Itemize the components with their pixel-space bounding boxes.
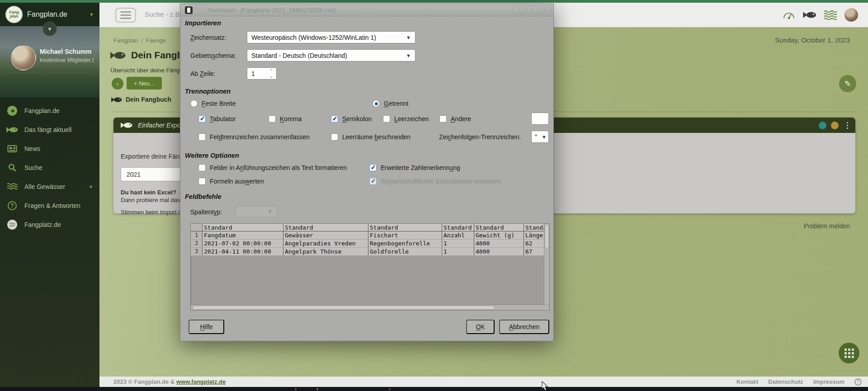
section-trennoptionen: Trennoptionen <box>185 88 231 95</box>
fangplan-logo: Fang plan <box>5 6 23 23</box>
status-dot-gold[interactable] <box>831 122 839 129</box>
sidebar-item-fangplan[interactable]: Fangplan.de <box>0 101 99 120</box>
table-row[interactable]: 2 2021-07-02 00:00:00 Angelparadies Vred… <box>191 240 544 248</box>
csv-preview-grid[interactable]: Standard Standard Standard Standard Stan… <box>191 224 544 256</box>
brand-name: Fangplan.de <box>27 10 67 19</box>
tab-checkbox[interactable]: Tabulator <box>198 115 236 122</box>
sidebar-item-suche[interactable]: Suche <box>0 158 99 177</box>
sidebar-item-das-faengt-aktuell[interactable]: Das fängt aktuell <box>0 120 99 139</box>
help-icon[interactable]: ? <box>854 378 862 386</box>
radio-selected-icon[interactable] <box>373 100 380 107</box>
sidebar-menu: Fangplan.de Das fängt aktuell News Suche <box>0 101 99 234</box>
waves-icon[interactable] <box>824 10 837 20</box>
other-checkbox[interactable]: Andere <box>439 115 471 122</box>
fangplatz-link[interactable]: www.fangplatz.de <box>176 378 226 385</box>
scrollbar-thumb[interactable] <box>193 306 495 310</box>
string-delimiter-combo[interactable]: "▼ <box>531 131 549 143</box>
other-separator-input[interactable] <box>531 113 549 125</box>
column-header-row[interactable]: Standard Standard Standard Standard Stan… <box>191 224 544 231</box>
sidebar-item-news[interactable]: News <box>0 139 99 158</box>
spin-up-icon: ⌃ <box>266 68 276 74</box>
sidebar-item-label: Suche <box>24 164 42 171</box>
checkbox-icon[interactable] <box>439 115 447 122</box>
apps-grid-icon <box>844 349 854 358</box>
top-accent-strip <box>0 0 868 3</box>
checkbox-checked-icon[interactable] <box>331 115 338 122</box>
checkbox-icon[interactable] <box>198 133 206 141</box>
fish-icon <box>110 51 126 60</box>
help-button[interactable]: Hilfe <box>189 320 224 334</box>
locale-label: Gebietsschema: <box>190 52 236 59</box>
fixed-width-radio[interactable]: Feste Breite <box>190 100 236 107</box>
edit-pencil-button[interactable]: ✎ <box>839 75 856 92</box>
minimize-button[interactable]: – <box>513 6 524 14</box>
breadcrumb[interactable]: Fangplan/Faenge <box>113 37 166 44</box>
apps-grid-button[interactable] <box>839 343 859 363</box>
sidebar-item-fangplatz[interactable]: Fangplatz Fangplatz.de <box>0 215 99 234</box>
hamburger-menu-button[interactable] <box>115 8 136 23</box>
chevron-down-icon[interactable]: ▼ <box>89 12 94 17</box>
chevron-down-icon[interactable]: ▼ <box>89 184 93 189</box>
avatar[interactable] <box>11 45 36 71</box>
refresh-icon[interactable]: ↻ <box>194 6 203 14</box>
detect-numbers-checkbox[interactable]: Erweiterte Zahlenerkennung <box>369 164 460 171</box>
spinner-arrows[interactable]: ⌃⌄ <box>266 68 276 79</box>
merge-delimiters-checkbox[interactable]: Feldtrennzeichen zusammenfassen <box>198 133 310 141</box>
sidebar-item-fragen-antworten[interactable]: ? Fragen & Antworten <box>0 196 99 215</box>
checkbox-icon[interactable] <box>269 115 276 122</box>
chevron-down-icon: ▼ <box>268 209 273 214</box>
tab-dein-fangbuch[interactable]: Dein Fangbuch <box>111 96 171 103</box>
footer-link-datenschutz[interactable]: Datenschutz <box>768 378 803 385</box>
locale-select[interactable]: Standard - Deutsch (Deutschland)▼ <box>247 49 415 61</box>
table-row[interactable]: 3 2021-04-11 00:00:00 Angelpark Thönse G… <box>191 248 544 256</box>
radio-icon[interactable] <box>190 100 198 107</box>
problem-melden-link[interactable]: Problem melden <box>804 222 850 230</box>
table-row[interactable]: 1 Fangdatum Gewässer Fischart Anzahl Gew… <box>191 231 544 240</box>
sidebar-item-alle-gewaesser[interactable]: Alle Gewässer ▼ <box>0 177 99 196</box>
footer-link-kontakt[interactable]: Kontakt <box>736 378 758 385</box>
back-button[interactable]: ‹ <box>112 78 123 90</box>
dialog-titlebar[interactable]: ↻ Textimport - [Fangkarte-2021_169617020… <box>180 4 553 16</box>
evaluate-formulas-checkbox[interactable]: Formeln auswerten <box>198 178 264 185</box>
avatar[interactable] <box>844 8 858 22</box>
section-weitere-optionen: Weitere Optionen <box>185 152 239 159</box>
checkbox-icon[interactable] <box>198 178 206 185</box>
breadcrumb-faenge[interactable]: Faenge <box>146 37 166 44</box>
trim-spaces-checkbox[interactable]: Leerräume beschneiden <box>331 133 410 141</box>
mouse-cursor <box>542 381 550 391</box>
scrollbar-thumb[interactable] <box>545 225 549 248</box>
sidebar: Fang plan Fangplan.de ▼ ▼ Michael Schumm… <box>0 3 99 387</box>
no-excel-heading: Du hast kein Excel? <box>121 189 176 196</box>
space-checkbox[interactable]: Leerzeichen <box>383 115 429 122</box>
page-footer: 2023 © Fangplan.de & www.fangplatz.de Ko… <box>99 377 868 387</box>
horizontal-scrollbar[interactable] <box>191 305 549 310</box>
checkbox-icon[interactable] <box>198 164 206 171</box>
taskbar-hint <box>295 388 297 390</box>
status-dot-teal[interactable] <box>819 122 826 129</box>
breadcrumb-fangplan[interactable]: Fangplan <box>113 37 138 44</box>
ok-button[interactable]: OK <box>466 320 495 334</box>
from-row-spinner[interactable]: 1 ⌃⌄ <box>247 67 277 80</box>
maximize-button[interactable]: □ <box>526 6 538 14</box>
charset-label: Zeichensatz: <box>190 34 226 41</box>
footer-link-impressum[interactable]: Impressum <box>813 378 844 385</box>
chevron-down-icon: ▼ <box>406 53 411 58</box>
gauge-icon[interactable] <box>782 9 796 20</box>
quoted-as-text-checkbox[interactable]: Felder in Anführungszeichen als Text for… <box>198 164 347 171</box>
charset-select[interactable]: Westeuropäisch (Windows-1252/WinLatin 1)… <box>247 31 415 43</box>
kebab-menu-icon[interactable] <box>847 122 848 129</box>
bottom-edge-strip <box>0 387 868 391</box>
new-entry-button[interactable]: + Neu... <box>127 77 162 90</box>
profile-collapse-button[interactable]: ▼ <box>42 22 57 36</box>
checkbox-icon[interactable] <box>383 115 390 122</box>
comma-checkbox[interactable]: Komma <box>269 115 302 122</box>
separated-radio[interactable]: Getrennt <box>373 100 408 107</box>
fish-icon[interactable] <box>803 11 816 19</box>
semicolon-checkbox[interactable]: Semikolon <box>331 115 372 122</box>
vertical-scrollbar[interactable] <box>544 224 549 305</box>
cancel-button[interactable]: Abbrechen <box>499 320 549 334</box>
close-button[interactable]: ✕ <box>539 6 551 14</box>
checkbox-checked-icon[interactable] <box>369 164 377 171</box>
checkbox-checked-icon[interactable] <box>198 115 206 122</box>
checkbox-icon[interactable] <box>331 133 338 141</box>
